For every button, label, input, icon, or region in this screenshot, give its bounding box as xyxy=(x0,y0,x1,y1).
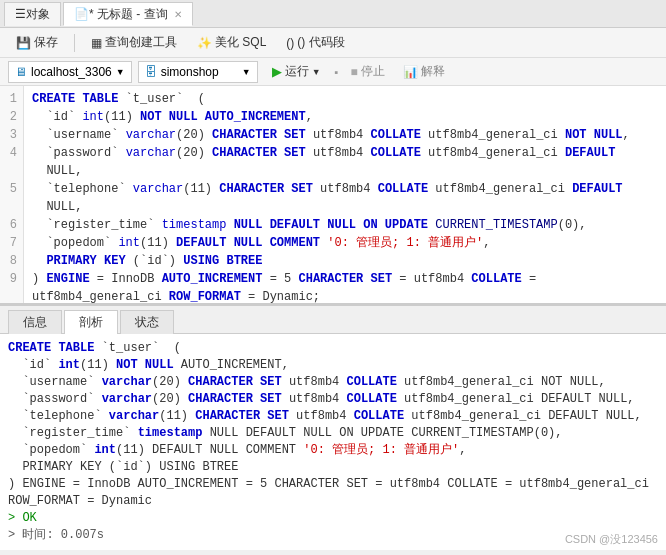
query-icon: 📄 xyxy=(74,7,89,21)
watermark-text: CSDN @没123456 xyxy=(565,533,658,545)
host-icon: 🖥 xyxy=(15,65,27,79)
beautify-label: 美化 SQL xyxy=(215,34,266,51)
tab-objects[interactable]: ☰ 对象 xyxy=(4,2,61,26)
conn-bar: 🖥 localhost_3306 ▼ 🗄 simonshop ▼ ▶ 运行 ▼ … xyxy=(0,58,666,86)
bottom-tab-bar: 信息 剖析 状态 xyxy=(0,306,666,334)
close-tab-icon[interactable]: ✕ xyxy=(174,9,182,20)
toolbar: 💾 保存 ▦ 查询创建工具 ✨ 美化 SQL () () 代码段 xyxy=(0,28,666,58)
run-label: 运行 xyxy=(285,63,309,80)
tab-bar: ☰ 对象 📄 * 无标题 - 查询 ✕ xyxy=(0,0,666,28)
table-icon: ▦ xyxy=(91,36,102,50)
stop-label: 停止 xyxy=(361,63,385,80)
db-select[interactable]: 🗄 simonshop ▼ xyxy=(138,61,258,83)
tab-profile[interactable]: 剖析 xyxy=(64,310,118,334)
code-button[interactable]: () () 代码段 xyxy=(278,32,352,53)
bottom-result: CREATE TABLE `t_user` ( `id` int(11) NOT… xyxy=(0,334,666,550)
host-label: localhost_3306 xyxy=(31,65,112,79)
editor-area: 1 2 3 4 5 6 7 8 9 CREATE TABLE `t_user` … xyxy=(0,86,666,306)
save-button[interactable]: 💾 保存 xyxy=(8,32,66,53)
toolbar-sep-1 xyxy=(74,34,75,52)
tab-objects-label: 对象 xyxy=(26,6,50,23)
separator-dot: ▪ xyxy=(335,66,339,78)
save-icon: 💾 xyxy=(16,36,31,50)
bottom-panel: 信息 剖析 状态 CREATE TABLE `t_user` ( `id` in… xyxy=(0,306,666,550)
tab-status[interactable]: 状态 xyxy=(120,310,174,334)
host-select[interactable]: 🖥 localhost_3306 ▼ xyxy=(8,61,132,83)
code-editor[interactable]: CREATE TABLE `t_user` ( `id` int(11) NOT… xyxy=(24,86,666,303)
beautify-button[interactable]: ✨ 美化 SQL xyxy=(189,32,274,53)
stop-icon: ■ xyxy=(350,65,357,79)
watermark: CSDN @没123456 xyxy=(565,532,658,547)
run-dropdown-icon[interactable]: ▼ xyxy=(312,67,321,77)
tab-profile-label: 剖析 xyxy=(79,314,103,331)
explain-label: 解释 xyxy=(421,63,445,80)
code-icon: () xyxy=(286,36,294,50)
db-icon: 🗄 xyxy=(145,65,157,79)
stop-button[interactable]: ■ 停止 xyxy=(344,61,390,82)
host-arrow-icon: ▼ xyxy=(116,67,125,77)
beautify-icon: ✨ xyxy=(197,36,212,50)
explain-button[interactable]: 📊 解释 xyxy=(397,61,451,82)
tab-info-label: 信息 xyxy=(23,314,47,331)
tab-query[interactable]: 📄 * 无标题 - 查询 ✕ xyxy=(63,2,193,26)
save-label: 保存 xyxy=(34,34,58,51)
tab-query-label: * 无标题 - 查询 xyxy=(89,6,168,23)
line-numbers: 1 2 3 4 5 6 7 8 9 xyxy=(0,86,24,303)
run-button[interactable]: ▶ 运行 ▼ xyxy=(264,61,329,82)
tab-info[interactable]: 信息 xyxy=(8,310,62,334)
query-tool-label: 查询创建工具 xyxy=(105,34,177,51)
query-tool-button[interactable]: ▦ 查询创建工具 xyxy=(83,32,185,53)
tab-status-label: 状态 xyxy=(135,314,159,331)
explain-icon: 📊 xyxy=(403,65,418,79)
run-icon: ▶ xyxy=(272,64,282,79)
objects-icon: ☰ xyxy=(15,7,26,21)
code-label: () 代码段 xyxy=(297,34,344,51)
db-label: simonshop xyxy=(161,65,219,79)
db-arrow-icon: ▼ xyxy=(242,67,251,77)
